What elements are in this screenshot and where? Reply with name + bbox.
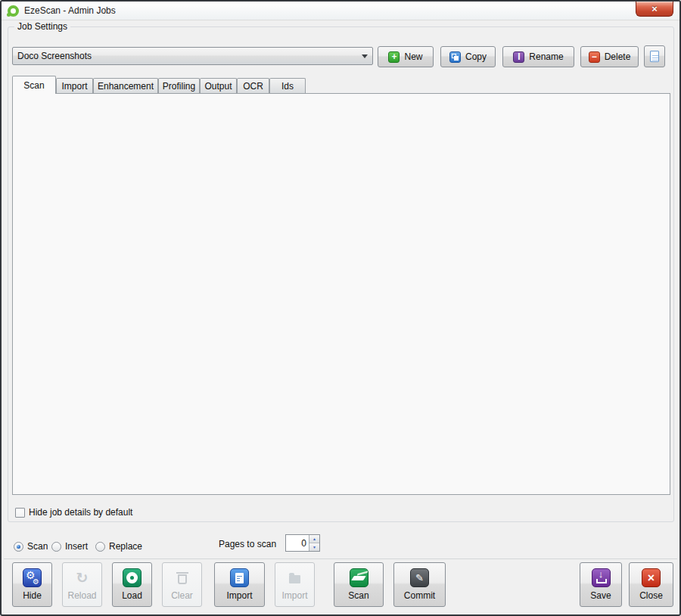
load-button[interactable]: Load — [112, 562, 152, 607]
scanner-icon — [350, 568, 368, 587]
pencil-icon: ✎ — [410, 568, 429, 587]
reload-button[interactable]: ↻ Reload — [62, 562, 102, 607]
tab-enhancement[interactable]: Enhancement — [93, 78, 158, 94]
mode-scan-radio[interactable]: Scan — [14, 541, 48, 552]
import-disabled-button[interactable]: Import — [275, 562, 315, 607]
ezescan-logo-icon — [8, 5, 19, 17]
close-x-icon: × — [642, 568, 661, 587]
job-notes-button[interactable] — [644, 45, 665, 67]
save-button[interactable]: ↓ Save — [580, 562, 622, 607]
tab-ids[interactable]: Ids — [269, 78, 306, 94]
mode-insert-radio[interactable]: Insert — [51, 541, 88, 552]
mode-replace-radio[interactable]: Replace — [95, 541, 142, 552]
pages-to-scan-label: Pages to scan — [219, 539, 276, 549]
radio-icon — [14, 542, 23, 552]
ezescan-admin-jobs-window: EzeScan - Admin Jobs × Job Settings Doco… — [0, 0, 681, 616]
job-select-value: Doco Screenshots — [17, 51, 92, 61]
clear-button[interactable]: Clear — [162, 562, 202, 607]
close-button[interactable]: × Close — [629, 562, 673, 607]
job-copy-button[interactable]: Copy — [440, 46, 496, 67]
tab-profiling[interactable]: Profiling — [158, 78, 200, 94]
copy-icon — [449, 51, 461, 63]
document-icon — [650, 51, 659, 62]
job-new-button[interactable]: + New — [378, 46, 434, 67]
window-title: EzeScan - Admin Jobs — [24, 5, 116, 16]
tab-output[interactable]: Output — [200, 78, 237, 94]
radio-icon — [51, 542, 61, 552]
delete-icon: − — [589, 51, 600, 63]
rename-icon: I — [513, 51, 524, 63]
checkbox-icon — [15, 508, 25, 518]
scan-button[interactable]: Scan — [334, 562, 384, 607]
pages-to-scan-stepper[interactable]: 0 ▲▼ — [285, 534, 320, 552]
gears-icon: ⚙⚙ — [23, 568, 42, 587]
tab-ocr[interactable]: OCR — [237, 78, 269, 94]
hide-job-details-checkbox[interactable]: Hide job details by default — [15, 507, 132, 518]
new-icon: + — [388, 51, 400, 63]
close-icon: × — [651, 3, 658, 14]
job-rename-button[interactable]: I Rename — [502, 46, 574, 67]
tab-scan[interactable]: Scan — [12, 76, 56, 94]
folder-icon — [285, 568, 304, 587]
trash-icon — [173, 568, 191, 587]
job-select-combo[interactable]: Doco Screenshots — [12, 47, 373, 65]
window-close-button[interactable]: × — [636, 2, 673, 17]
hide-button[interactable]: ⚙⚙ Hide — [12, 562, 52, 607]
reload-icon: ↻ — [73, 568, 92, 587]
title-bar: EzeScan - Admin Jobs — [2, 2, 679, 20]
scan-tab-page — [12, 93, 670, 495]
stepper-arrows-icon[interactable]: ▲▼ — [309, 535, 319, 551]
job-delete-button[interactable]: − Delete — [580, 46, 639, 67]
tab-import[interactable]: Import — [56, 78, 93, 94]
cd-icon — [123, 568, 141, 587]
commit-button[interactable]: ✎ Commit — [393, 562, 446, 607]
footer-separator — [4, 558, 677, 559]
job-settings-legend: Job Settings — [14, 21, 70, 32]
radio-icon — [95, 542, 105, 552]
import-button[interactable]: Import — [214, 562, 265, 607]
document-arrow-icon — [230, 568, 249, 587]
save-arrow-icon: ↓ — [592, 568, 611, 587]
